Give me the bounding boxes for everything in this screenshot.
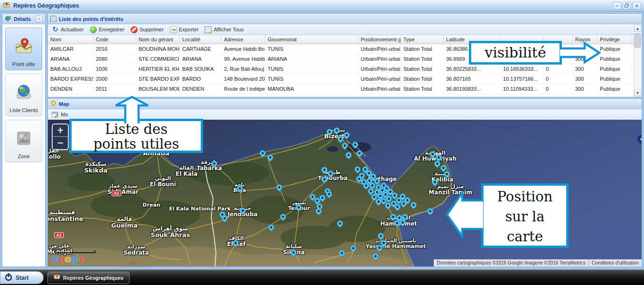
table-row[interactable]: BAB ALLOUJ1006HERITIER EL KH...BAB SOUIK…	[48, 64, 642, 74]
grid-cell: ARIANA	[48, 54, 93, 64]
grid-cell: 36.80225833...	[444, 64, 501, 74]
grid-cell: STE BARDO EXP...	[136, 74, 180, 84]
actualiser-button[interactable]: ↻Actualiser	[50, 25, 87, 34]
vertical-scrollbar[interactable]: ▲ ▼	[634, 25, 641, 96]
map-edit-button[interactable]: Mo	[50, 110, 71, 119]
grid-cell: Publique	[597, 54, 632, 64]
refresh-icon: ↻	[52, 26, 59, 33]
start-button[interactable]: Start	[0, 271, 44, 284]
column-header-privil-ge[interactable]: Privilège	[597, 35, 632, 44]
table-row[interactable]: DENDEN2011BOUSALEM MOEZDENDENRoute de l …	[48, 84, 642, 94]
map-label-constantine: قسنطينةConstantine	[48, 209, 83, 222]
map-label-el-kala: القالةEl Kala	[176, 165, 197, 177]
details-panel: Détails − Point utileListe ClientsZone	[2, 13, 46, 267]
close-button[interactable]: ×	[633, 2, 641, 10]
road-badge-a1: A1	[112, 190, 121, 196]
grid-cell: 0	[543, 84, 573, 94]
grid-cell: TUNIS	[265, 74, 358, 84]
afficher-tous-button[interactable]: Afficher Tous	[203, 25, 247, 34]
details-icon	[5, 15, 11, 23]
grid-cell: 148 Boulevard 20 ...	[222, 74, 265, 84]
desktop: Repères Géographiques − × Détails − Poin…	[0, 0, 644, 285]
column-header-gouvernorat[interactable]: Gouvernorat	[265, 35, 358, 44]
window-title: Repères Géographiques	[13, 2, 79, 9]
taskbar-item[interactable]: Repères Géographiques	[47, 272, 130, 284]
points-list-title: Liste des points d'intérêts	[59, 16, 123, 22]
road-badge-a1: A1	[54, 232, 64, 238]
zoom-out-button[interactable]: −	[53, 137, 68, 149]
grid-cell: 0	[543, 74, 573, 84]
column-header-code[interactable]: Code	[93, 35, 136, 44]
map-label-yasmine-hammamet: ياسمين الحماماتYasmine Hammamet	[366, 238, 426, 249]
annotation-arrow-right	[560, 42, 601, 64]
grid-cell: 2011	[93, 84, 136, 94]
grid-cell: 10.13757166...	[501, 74, 543, 84]
terms-of-use-link[interactable]: Conditions d'utilisation	[588, 259, 642, 266]
minimize-button[interactable]: −	[613, 2, 621, 10]
grid-cell: BAB ALLOUJ	[48, 64, 93, 74]
grid-cell: Avenue Habib Bo...	[222, 44, 265, 54]
column-header-nom-du-g-rant[interactable]: Nom du gérant	[136, 35, 180, 44]
google-logo: Google	[52, 254, 84, 265]
grid-cell: TUNIS	[265, 64, 358, 74]
export-icon	[170, 26, 177, 33]
column-header-type[interactable]: Type	[401, 35, 444, 44]
scroll-down-icon[interactable]: ▼	[634, 89, 641, 96]
exporter-button[interactable]: Exporter	[168, 25, 202, 34]
grid-cell: Station Total	[401, 84, 444, 94]
toolbar-button-label: Afficher Tous	[214, 27, 243, 32]
task-label: Repères Géographiques	[63, 275, 123, 281]
sidebar-item-point-utile[interactable]: Point utile	[5, 28, 42, 70]
sidebar-item-zone[interactable]: Zone	[5, 120, 42, 162]
map-edit-label: Mo	[61, 112, 68, 117]
grid-cell: Urbain/Péri-urbain	[358, 64, 401, 74]
annotation-arrow-left	[445, 191, 483, 238]
table-row[interactable]: BARDO EXPRESS2000STE BARDO EXP...BARDO14…	[48, 74, 642, 84]
grid-cell: 0	[543, 64, 573, 74]
map-label-el-bouni: البونيEl Bouni	[149, 176, 176, 188]
grid-cell: 300	[573, 64, 597, 74]
grid-cell: AMILCAR	[48, 44, 93, 54]
column-header-adresse[interactable]: Adresse	[222, 35, 265, 44]
sidebar-item-liste-clients[interactable]: Liste Clients	[5, 74, 42, 116]
toolbar-button-label: Supprimer	[140, 27, 164, 32]
title-bar[interactable]: Repères Géographiques − ×	[0, 0, 644, 11]
grid-cell: BOUSALEM MOEZ	[136, 84, 180, 94]
grid-cell: TUNIS	[265, 44, 358, 54]
grid-cell: BARDO EXPRESS	[48, 74, 93, 84]
annotation-visibility: visibilité	[469, 41, 562, 65]
grid-cell: Urbain/Péri-urbain	[358, 74, 401, 84]
restore-button[interactable]	[623, 2, 631, 10]
grid-cell: 99, Avenue Habib...	[222, 54, 265, 64]
collapse-panel-button[interactable]: −	[36, 16, 43, 22]
grid-cell: Publique	[597, 64, 632, 74]
grid-cell: 36.80193833...	[444, 84, 501, 94]
grid-cell: 2080	[93, 54, 136, 64]
show-all-icon	[205, 26, 212, 33]
google-logo-letter: e	[79, 254, 84, 264]
map-label-guelma: قالمةGuelma	[111, 216, 138, 229]
grid-cell: CARTHAGE	[180, 44, 222, 54]
grid-cell: Publique	[597, 84, 632, 94]
column-header-nom[interactable]: Nom	[48, 35, 93, 44]
details-panel-header: Détails −	[2, 14, 45, 24]
supprimer-button[interactable]: Supprimer	[129, 25, 167, 34]
google-logo-letter: g	[71, 254, 76, 264]
sidebar-item-label: Liste Clients	[9, 107, 38, 113]
grid-cell: Station Total	[401, 64, 444, 74]
column-header-positionnement-g[interactable]: Positionnement g...	[358, 35, 401, 44]
grid-cell: Publique	[597, 74, 632, 84]
google-logo-letter: G	[52, 254, 59, 264]
zoom-in-button[interactable]: +	[53, 124, 68, 137]
grid-cell: Urbain/Péri-urbain	[358, 84, 401, 94]
map-label-souk-ahras: سوق أهراسSouk Ahras	[151, 226, 190, 238]
grid-cell: DENDEN	[48, 84, 93, 94]
scrollbar-thumb[interactable]	[635, 33, 641, 48]
grid-cell: HERITIER EL KH...	[136, 64, 180, 74]
scroll-up-icon[interactable]: ▲	[634, 25, 641, 32]
column-header-localit[interactable]: Localité	[180, 35, 222, 44]
grid-cell: BOUDHINA MOH...	[136, 44, 180, 54]
start-label: Start	[16, 275, 28, 281]
enregistrer-button[interactable]: Enregistrer	[88, 25, 128, 34]
sidebar-item-label: Point utile	[12, 61, 35, 67]
